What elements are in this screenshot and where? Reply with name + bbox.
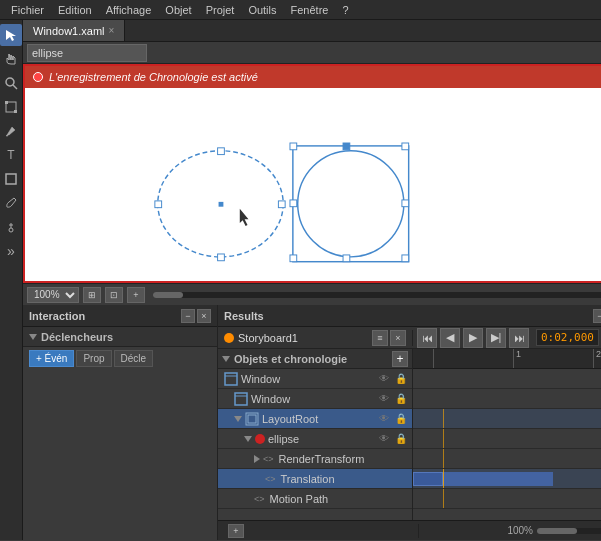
trigger-tab-decl[interactable]: Décle (114, 350, 154, 367)
triggers-section-header: Déclencheurs (23, 327, 217, 347)
time-ruler: 1 2 (413, 349, 601, 369)
results-title: Results (224, 310, 264, 322)
recording-bar: L'enregistrement de Chronologie est acti… (25, 66, 601, 88)
motionpath-track-row (413, 489, 601, 509)
menu-objet[interactable]: Objet (158, 2, 198, 18)
svg-rect-13 (293, 146, 409, 262)
rendertransform-expand-icon[interactable] (254, 455, 260, 463)
menu-projet[interactable]: Projet (199, 2, 242, 18)
canvas-area[interactable]: L'enregistrement de Chronologie est acti… (23, 64, 601, 283)
layoutroot-lock-icon[interactable]: 🔒 (394, 412, 408, 426)
recording-dot (33, 72, 43, 82)
ellipse-lock-icon[interactable]: 🔒 (394, 432, 408, 446)
zoom-select[interactable]: 100% 50% 200% (27, 287, 79, 303)
menu-affichage[interactable]: Affichage (99, 2, 159, 18)
motionpath-row-label: Motion Path (270, 493, 408, 505)
ruler-mark-2: 2 (593, 349, 601, 368)
go-end-btn[interactable]: ⏭ (509, 328, 529, 348)
layoutroot-storyboard-row[interactable]: LayoutRoot 👁 🔒 (218, 409, 412, 429)
add-keyframe-btn[interactable]: + (228, 524, 244, 538)
track-rows (413, 369, 601, 520)
ellipse-eye-icon[interactable]: 👁 (377, 432, 391, 446)
pen-tool-btn[interactable] (0, 120, 22, 142)
svg-point-14 (298, 151, 404, 257)
more-tools-btn[interactable]: » (0, 240, 22, 262)
window-storyboard-row[interactable]: Window 👁 🔒 (218, 369, 412, 389)
window-lock-icon[interactable]: 🔒 (394, 372, 408, 386)
timeline-panel-pin[interactable]: − (593, 309, 601, 323)
window2-track-row (413, 389, 601, 409)
rendertransform-storyboard-row[interactable]: <> RenderTransform (218, 449, 412, 469)
paint-tool-btn[interactable] (0, 192, 22, 214)
add-object-btn[interactable]: + (392, 351, 408, 367)
menu-help[interactable]: ? (335, 2, 355, 18)
svg-rect-22 (343, 255, 350, 262)
storyboard-close-btn[interactable]: × (390, 330, 406, 346)
hand-tool-btn[interactable] (0, 48, 22, 70)
timeline-bottom-bar: + 100% (218, 520, 601, 540)
fit-btn[interactable]: + (127, 287, 145, 303)
ellipse-track-row (413, 429, 601, 449)
translation-keyframe-bar[interactable] (443, 472, 553, 486)
tab-bar: Window1.xaml × (23, 20, 601, 42)
recording-text: L'enregistrement de Chronologie est acti… (49, 71, 258, 83)
window-eye-icon[interactable]: 👁 (377, 372, 391, 386)
window2-lock-icon[interactable]: 🔒 (394, 392, 408, 406)
select-tool-btn[interactable] (0, 24, 22, 46)
translation-keyframe-start[interactable] (413, 472, 443, 486)
objects-expand-icon[interactable] (222, 356, 230, 362)
next-frame-btn[interactable]: ▶| (486, 328, 506, 348)
playhead-line-translation (443, 469, 444, 488)
layoutroot-expand-icon[interactable] (234, 416, 242, 422)
motionpath-storyboard-row[interactable]: <> Motion Path (218, 489, 412, 509)
trigger-tabs: + Évén Prop Décle (23, 347, 217, 370)
play-btn[interactable]: ▶ (463, 328, 483, 348)
canvas-drawing[interactable] (25, 88, 601, 281)
interaction-panel-pin[interactable]: − (181, 309, 195, 323)
objects-section-header: Objets et chronologie + (218, 349, 412, 369)
tab-close-btn[interactable]: × (109, 25, 115, 36)
translation-row-label: Translation (281, 473, 408, 485)
translation-storyboard-row[interactable]: <> Translation (218, 469, 412, 489)
svg-point-6 (9, 228, 13, 232)
ellipse-storyboard-row[interactable]: ellipse 👁 🔒 (218, 429, 412, 449)
grid-btn[interactable]: ⊞ (83, 287, 101, 303)
svg-rect-12 (219, 202, 224, 207)
interaction-panel-close[interactable]: × (197, 309, 211, 323)
svg-rect-29 (248, 415, 256, 423)
tab-window1-xaml[interactable]: Window1.xaml × (23, 20, 125, 41)
layoutroot-track-row (413, 409, 601, 429)
interaction-panel-header: Interaction − × (23, 305, 217, 327)
menu-outils[interactable]: Outils (241, 2, 283, 18)
objects-panel: Objets et chronologie + Window 👁 🔒 (218, 349, 413, 520)
tab-label: Window1.xaml (33, 25, 105, 37)
shape-tool-btn[interactable] (0, 168, 22, 190)
svg-rect-11 (218, 254, 225, 261)
trigger-tab-even[interactable]: + Évén (29, 350, 74, 367)
go-start-btn[interactable]: ⏮ (417, 328, 437, 348)
transform-tool-btn[interactable] (0, 96, 22, 118)
bottom-panel: Interaction − × Déclencheurs + Évén Prop… (23, 305, 601, 540)
storyboard-expand-btn[interactable]: ≡ (372, 330, 388, 346)
window2-storyboard-row[interactable]: Window 👁 🔒 (218, 389, 412, 409)
menu-fenetre[interactable]: Fenêtre (284, 2, 336, 18)
triggers-expand-icon[interactable] (29, 334, 37, 340)
eyedropper-tool-btn[interactable] (0, 216, 22, 238)
text-tool-btn[interactable]: T (0, 144, 22, 166)
window2-row-label: Window (251, 393, 374, 405)
svg-rect-20 (290, 200, 297, 207)
trigger-tab-prop[interactable]: Prop (76, 350, 111, 367)
ellipse-row-label: ellipse (268, 433, 374, 445)
rendertransform-track-row (413, 449, 601, 469)
window2-eye-icon[interactable]: 👁 (377, 392, 391, 406)
ellipse-expand-icon[interactable] (244, 436, 252, 442)
zoom-tool-btn[interactable] (0, 72, 22, 94)
menu-edition[interactable]: Edition (51, 2, 99, 18)
search-input[interactable] (27, 44, 147, 62)
menu-fichier[interactable]: Fichier (4, 2, 51, 18)
prev-frame-btn[interactable]: ◀ (440, 328, 460, 348)
snap-btn[interactable]: ⊡ (105, 287, 123, 303)
svg-rect-21 (402, 200, 409, 207)
layoutroot-eye-icon[interactable]: 👁 (377, 412, 391, 426)
canvas-wrapper: L'enregistrement de Chronologie est acti… (23, 42, 601, 305)
